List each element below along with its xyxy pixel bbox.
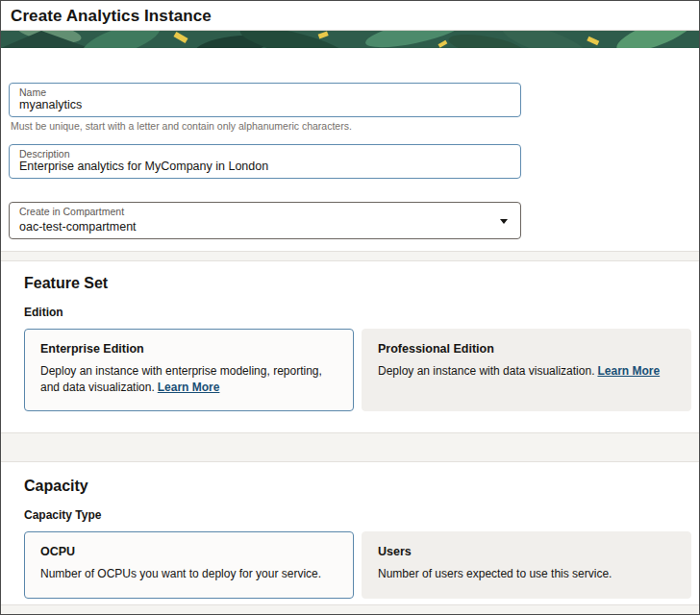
section-divider	[1, 604, 699, 615]
compartment-select-label: Create in Compartment	[19, 206, 511, 217]
edition-label: Edition	[24, 306, 691, 319]
card-title: OCPU	[40, 545, 338, 558]
description-field-label: Description	[19, 148, 511, 160]
description-field[interactable]: Description	[9, 144, 521, 179]
card-title: Users	[378, 545, 675, 558]
compartment-selected-value: oac-test-compartment	[19, 220, 137, 234]
capacity-section: Capacity Capacity Type OCPU Number of OC…	[1, 462, 699, 604]
page-title: Create Analytics Instance	[11, 7, 689, 26]
card-title: Enterprise Edition	[40, 342, 338, 356]
card-description: Number of users expected to use this ser…	[378, 566, 675, 582]
card-description: Deploy an instance with enterprise model…	[40, 363, 338, 397]
capacity-type-label: Capacity Type	[24, 508, 691, 522]
compartment-select[interactable]: Create in Compartment oac-test-compartme…	[9, 202, 521, 239]
page-header: Create Analytics Instance	[1, 1, 699, 31]
learn-more-link[interactable]: Learn More	[597, 364, 660, 378]
name-field[interactable]: Name	[9, 83, 521, 117]
section-divider	[1, 432, 699, 462]
name-helper-text: Must be unique, start with a letter and …	[11, 120, 699, 132]
option-card-enterprise-edition[interactable]: Enterprise Edition Deploy an instance wi…	[24, 329, 354, 411]
learn-more-link[interactable]: Learn More	[158, 381, 220, 394]
option-card-professional-edition[interactable]: Professional Edition Deploy an instance …	[362, 329, 691, 411]
banner-foliage-illustration	[1, 31, 699, 48]
name-input[interactable]	[19, 98, 511, 112]
foliage-pattern-icon	[1, 31, 699, 48]
capacity-card-row: OCPU Number of OCPUs you want to deploy …	[24, 531, 691, 599]
name-field-label: Name	[19, 86, 511, 98]
option-card-users[interactable]: Users Number of users expected to use th…	[362, 531, 691, 599]
card-description-text: Number of users expected to use this ser…	[378, 567, 612, 580]
dialog-body: Name Must be unique, start with a letter…	[1, 83, 699, 615]
card-description: Deploy an instance with data visualizati…	[378, 363, 675, 380]
section-divider	[1, 251, 699, 261]
create-analytics-instance-page: Create Analytics Instance Name Must be u…	[0, 0, 700, 615]
card-title: Professional Edition	[378, 342, 675, 356]
description-input[interactable]	[19, 160, 511, 174]
card-description: Number of OCPUs you want to deploy for y…	[40, 566, 338, 582]
feature-set-section: Feature Set Edition Enterprise Edition D…	[1, 261, 699, 432]
card-description-text: Deploy an instance with data visualizati…	[378, 364, 594, 378]
dropdown-caret-icon	[500, 219, 508, 224]
capacity-title: Capacity	[24, 478, 691, 495]
card-description-text: Number of OCPUs you want to deploy for y…	[40, 567, 321, 580]
option-card-ocpu[interactable]: OCPU Number of OCPUs you want to deploy …	[24, 531, 354, 599]
edition-card-row: Enterprise Edition Deploy an instance wi…	[24, 329, 691, 411]
feature-set-title: Feature Set	[24, 275, 691, 292]
